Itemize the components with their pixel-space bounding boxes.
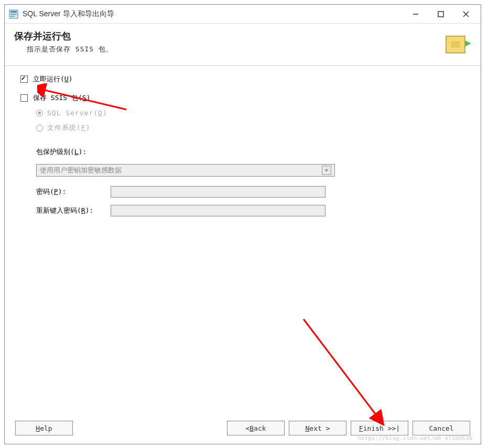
chevron-down-icon: ▼ [322,166,331,175]
wizard-content: 立即运行(U) 保存 SSIS 包(S) SQL Server(Q) 文件系统(… [5,66,481,391]
watermark: https://blog.csdn.net/m0_47180536 [357,435,472,442]
titlebar: SQL Server 导入和导出向导 [5,5,481,24]
page-subtitle: 指示是否保存 SSIS 包。 [14,45,442,54]
sql-server-radio-label: SQL Server(Q) [47,109,107,117]
retype-password-input [111,205,326,216]
svg-rect-5 [438,12,443,17]
wizard-header: 保存并运行包 指示是否保存 SSIS 包。 [5,24,481,66]
run-now-label: 立即运行(U) [33,74,72,84]
sql-server-radio [36,110,43,116]
save-ssis-checkbox[interactable] [20,94,28,102]
app-icon [9,9,18,19]
minimize-button[interactable] [403,6,428,22]
next-button[interactable]: Next > [289,421,346,435]
protection-level-label: 包保护级别(L): [36,147,111,157]
svg-rect-3 [10,16,15,17]
password-input [111,186,326,198]
retype-password-label: 重新键入密码(R): [36,206,111,215]
save-ssis-label: 保存 SSIS 包(S) [33,93,90,103]
svg-rect-9 [451,41,460,48]
filesystem-radio [36,125,43,132]
help-button[interactable]: Help [15,421,73,435]
back-button[interactable]: < Back [227,421,285,435]
close-button[interactable] [453,6,479,22]
password-label: 密码(P): [36,187,111,196]
cancel-button[interactable]: Cancel [413,421,470,435]
wizard-icon [442,30,471,59]
page-title: 保存并运行包 [14,30,442,42]
dropdown-value: 使用用户密钥加密敏感数据 [40,166,122,175]
svg-rect-1 [10,11,17,13]
window-title: SQL Server 导入和导出向导 [23,9,403,19]
filesystem-radio-label: 文件系统(F) [47,123,90,133]
finish-button[interactable]: Finish >>| [351,421,408,435]
protection-level-dropdown: 使用用户密钥加密敏感数据 ▼ [36,164,335,177]
maximize-button[interactable] [428,6,453,22]
run-now-checkbox[interactable] [20,75,28,83]
svg-marker-10 [465,40,471,47]
svg-rect-2 [10,14,17,15]
